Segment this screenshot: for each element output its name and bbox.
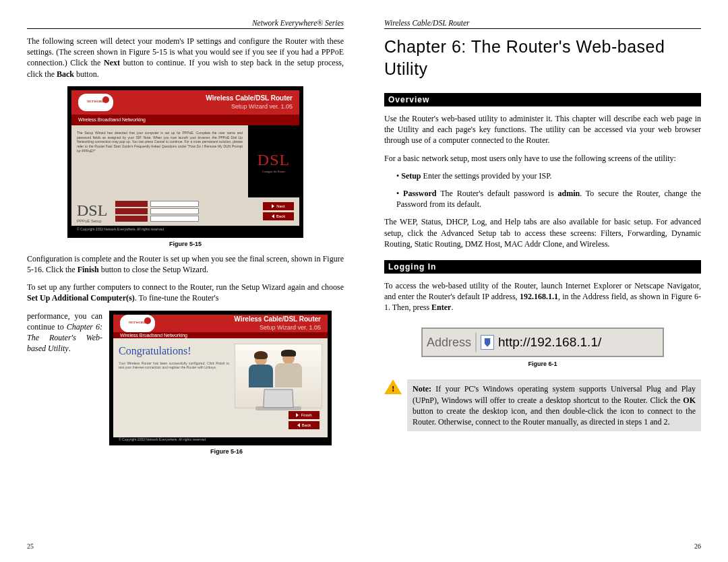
network-everywhere-logo: NETWORK bbox=[78, 94, 113, 111]
finish-button[interactable]: Finish bbox=[289, 411, 320, 419]
congratulations-heading: Congratulations! bbox=[119, 344, 229, 358]
fig515-blurb: The Setup Wizard has detected that your … bbox=[71, 125, 248, 197]
note-block: ! Note: If your PC's Windows operating s… bbox=[384, 379, 701, 431]
congratulations-photo bbox=[235, 344, 322, 408]
overview-p2: For a basic network setup, most users on… bbox=[384, 153, 701, 164]
fig516-caption: Figure 5-16 bbox=[109, 447, 344, 456]
address-label: Address bbox=[427, 336, 471, 350]
right-page: Wireless Cable/DSL Router Chapter 6: The… bbox=[384, 19, 701, 550]
back-button[interactable]: Back bbox=[289, 421, 320, 429]
overview-p1: Use the Router's web-based utility to ad… bbox=[384, 113, 701, 146]
login-p1: To access the web-based utility of the R… bbox=[384, 280, 701, 313]
overview-section: Overview bbox=[384, 93, 701, 106]
wrap-text: performance, you can continue to Chapter… bbox=[27, 311, 102, 461]
left-page: Network Everywhere® Series The following… bbox=[27, 19, 344, 550]
left-p2: Configuration is complete and the Router… bbox=[27, 253, 344, 275]
ie-page-icon bbox=[481, 335, 494, 350]
fig515-title: Wireless Cable/DSL Router bbox=[206, 94, 293, 103]
fig515-subtitle: Setup Wizard ver. 1.05 bbox=[206, 102, 293, 111]
left-page-num: 25 bbox=[27, 538, 344, 550]
left-header-text: Network Everywhere® Series bbox=[252, 19, 344, 27]
right-header-text: Wireless Cable/DSL Router bbox=[384, 19, 470, 27]
figure-5-15: NETWORK Wireless Cable/DSL Router Setup … bbox=[67, 86, 303, 238]
bullet-setup: • Setup Enter the settings provided by y… bbox=[384, 170, 701, 181]
note-text: Note: If your PC's Windows operating sys… bbox=[407, 379, 701, 431]
fig515-subbar: Wireless Broadband Networking bbox=[71, 115, 299, 125]
next-button[interactable]: Next bbox=[263, 202, 294, 210]
figure-5-16: NETWORK Wireless Cable/DSL Router Setup … bbox=[109, 311, 332, 445]
left-body: The following screen will detect your mo… bbox=[27, 36, 344, 461]
overview-p3: The WEP, Status, DHCP, Log, and Help tab… bbox=[384, 216, 701, 249]
figure-6-1-address-bar[interactable]: Address http://192.168.1.1/ bbox=[421, 327, 664, 357]
chapter-title: Chapter 6: The Router's Web-based Utilit… bbox=[384, 36, 701, 80]
left-header: Network Everywhere® Series bbox=[27, 19, 344, 29]
logging-in-section: Logging In bbox=[384, 260, 701, 274]
fig515-copyright: © Copyright 2002 Network Everywhere. All… bbox=[71, 226, 299, 234]
confirm-password-field[interactable] bbox=[115, 216, 199, 222]
warning-icon: ! bbox=[384, 379, 402, 396]
left-p1: The following screen will detect your mo… bbox=[27, 36, 344, 80]
username-field[interactable] bbox=[115, 201, 199, 207]
bullet-password: • Password The Router's default password… bbox=[384, 188, 701, 210]
password-field[interactable] bbox=[115, 208, 199, 214]
back-button[interactable]: Back bbox=[263, 212, 294, 220]
address-url: http://192.168.1.1/ bbox=[498, 335, 601, 350]
fig61-caption: Figure 6-1 bbox=[384, 361, 701, 367]
dsl-label: DSL bbox=[257, 149, 290, 170]
fig515-caption: Figure 5-15 bbox=[27, 240, 344, 248]
network-everywhere-logo: NETWORK bbox=[120, 315, 155, 332]
left-p3: To set up any further computers to conne… bbox=[27, 282, 344, 303]
right-header: Wireless Cable/DSL Router bbox=[384, 19, 701, 29]
right-page-num: 26 bbox=[384, 538, 701, 550]
